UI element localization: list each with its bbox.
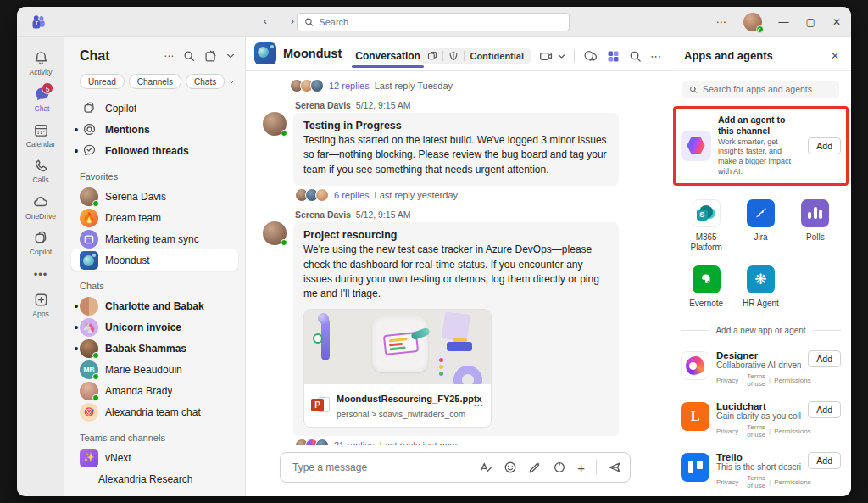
- add-agent-card[interactable]: Add an agent to this channel Work smarte…: [681, 115, 841, 177]
- filter-chats[interactable]: Chats: [186, 74, 225, 89]
- sidebar-item-best-proposals[interactable]: Best proposals: [71, 489, 238, 496]
- replies-link[interactable]: 6 replies: [334, 190, 370, 200]
- sidebar-more-button[interactable]: ⋯: [164, 50, 174, 62]
- file-name: MoondustResourcing_FY25.pptx: [337, 394, 482, 404]
- emoji-icon[interactable]: [504, 461, 517, 474]
- meet-button[interactable]: [539, 49, 565, 64]
- rail-item-chat[interactable]: 5 Chat: [17, 81, 64, 118]
- back-button[interactable]: ‹: [258, 14, 273, 29]
- new-chat-icon[interactable]: [204, 50, 217, 63]
- rail-item-calls[interactable]: Calls: [17, 154, 64, 189]
- reply-chip[interactable]: 12 replies Last reply Tuesday: [256, 76, 658, 95]
- presence-available-icon: [281, 130, 287, 137]
- apps-search-input[interactable]: [703, 84, 832, 94]
- terms-link[interactable]: Terms of use: [747, 372, 765, 388]
- sidebar-item-amanda-brady[interactable]: Amanda Brady: [71, 380, 238, 401]
- app-m365-platform[interactable]: S M365 Platform: [679, 199, 733, 254]
- unread-dot: •: [73, 345, 80, 352]
- chevron-down-icon[interactable]: [226, 52, 235, 60]
- privacy-link[interactable]: Privacy: [716, 428, 738, 435]
- attach-plus-icon[interactable]: +: [577, 461, 585, 474]
- rail-item-onedrive[interactable]: OneDrive: [17, 189, 64, 226]
- terms-link[interactable]: Terms of use: [747, 423, 765, 439]
- apps-search[interactable]: [682, 81, 839, 98]
- app-hr-agent[interactable]: ❋ HR Agent: [733, 265, 787, 310]
- rail-item-calendar[interactable]: Calendar: [17, 118, 64, 154]
- app-polls[interactable]: Polls: [788, 199, 843, 254]
- store-app-lucidchart[interactable]: L Lucidchart Gain clarity as you collabo…: [681, 394, 841, 445]
- file-more-button[interactable]: ⋯: [473, 400, 484, 411]
- rail-item-apps[interactable]: Apps: [17, 288, 64, 323]
- message-author[interactable]: Serena Davis: [295, 210, 351, 220]
- replies-link[interactable]: 12 replies: [329, 81, 370, 91]
- loop-icon[interactable]: [553, 461, 566, 474]
- section-label-chats: Chats: [71, 271, 238, 295]
- conversation-pane: Moondust Conversation Files + Confidenti…: [246, 37, 670, 496]
- terms-link[interactable]: Terms of use: [747, 474, 765, 489]
- reply-chip[interactable]: 6 replies Last reply yesterday: [293, 186, 619, 204]
- calendar-icon: [33, 122, 49, 138]
- app-evernote[interactable]: Evernote: [679, 265, 733, 310]
- sidebar-item-alexandria-research[interactable]: Alexandria Research: [71, 468, 238, 489]
- avatar[interactable]: [263, 112, 287, 136]
- add-agent-button[interactable]: Add: [808, 137, 841, 154]
- app-jira[interactable]: Jira: [733, 199, 787, 254]
- permissions-link[interactable]: Permissions: [774, 478, 811, 486]
- minimize-button[interactable]: —: [779, 17, 789, 27]
- open-chat-button[interactable]: [583, 49, 598, 64]
- sidebar-item-marie-beaudouin[interactable]: MB Marie Beaudouin: [71, 359, 238, 380]
- user-avatar[interactable]: [743, 13, 762, 31]
- send-icon[interactable]: [608, 461, 621, 474]
- sidebar-item-marketing-team-sync[interactable]: Marketing team sync: [71, 228, 238, 249]
- compose-box[interactable]: +: [280, 452, 631, 483]
- format-icon[interactable]: [479, 461, 492, 474]
- add-lucidchart-button[interactable]: Add: [808, 401, 841, 418]
- sidebar-item-vnext[interactable]: ✨ vNext: [71, 447, 238, 468]
- sidebar-item-dream-team[interactable]: 🔥 Dream team: [71, 207, 238, 228]
- filter-unread[interactable]: Unread: [80, 74, 125, 89]
- sidebar-item-charlotte-and-babak[interactable]: • Charlotte and Babak: [71, 295, 238, 316]
- rail-item-activity[interactable]: Activity: [17, 46, 64, 81]
- sidebar-item-copilot[interactable]: Copilot: [71, 98, 238, 119]
- sidebar-item-babak-shammas[interactable]: • Babak Shammas: [71, 338, 238, 359]
- avatar[interactable]: [263, 221, 287, 245]
- channel-search-button[interactable]: [629, 50, 642, 63]
- store-app-designer[interactable]: Designer Collaborative AI-driven Image..…: [681, 344, 841, 394]
- reply-chip[interactable]: 21 replies Last reply just now: [293, 436, 619, 445]
- apps-store-icon[interactable]: [606, 49, 620, 64]
- sidebar-item-moondust[interactable]: Moondust: [71, 249, 238, 271]
- close-button[interactable]: ✕: [832, 17, 841, 27]
- maximize-button[interactable]: ▢: [806, 17, 815, 27]
- titlebar-more-button[interactable]: ⋯: [716, 17, 726, 27]
- add-trello-button[interactable]: Add: [808, 452, 841, 469]
- privacy-link[interactable]: Privacy: [716, 478, 738, 486]
- file-attachment[interactable]: P MoondustResourcing_FY25.pptx personal …: [303, 309, 492, 428]
- add-designer-button[interactable]: Add: [808, 350, 841, 367]
- tab-conversation[interactable]: Conversation: [353, 50, 422, 70]
- global-search[interactable]: [297, 13, 570, 31]
- rail-more-button[interactable]: •••: [34, 261, 48, 288]
- sidebar-item-serena-davis[interactable]: Serena Davis: [71, 186, 238, 207]
- rewrite-sparkle-icon[interactable]: [528, 461, 542, 474]
- permissions-link[interactable]: Permissions: [774, 377, 811, 384]
- rail-item-copilot[interactable]: Copilot: [17, 226, 64, 261]
- sidebar-search-icon[interactable]: [183, 50, 195, 62]
- filter-channels[interactable]: Channels: [129, 74, 181, 89]
- moondust-channel-icon: [80, 251, 98, 270]
- close-panel-icon[interactable]: ✕: [831, 50, 839, 62]
- sidebar-item-followed-threads[interactable]: • Followed threads: [71, 140, 238, 161]
- sidebar-item-label: Amanda Brady: [105, 385, 172, 397]
- privacy-link[interactable]: Privacy: [716, 377, 738, 384]
- message-input[interactable]: [292, 461, 479, 473]
- sidebar-item-alexandria-team-chat[interactable]: 🎯 Alexandria team chat: [71, 401, 238, 422]
- message-list[interactable]: 12 replies Last reply Tuesday Serena Dav…: [246, 71, 670, 445]
- channel-more-button[interactable]: ⋯: [650, 50, 661, 63]
- sidebar-item-mentions[interactable]: • Mentions: [71, 119, 238, 140]
- file-card[interactable]: P MoondustResourcing_FY25.pptx personal …: [304, 384, 491, 427]
- global-search-input[interactable]: [319, 17, 562, 27]
- chevron-down-icon[interactable]: [229, 77, 235, 87]
- sidebar-item-unicorn-invoice[interactable]: • 🦄 Unicorn invoice: [71, 316, 238, 338]
- message-author[interactable]: Serena Davis: [295, 100, 351, 110]
- permissions-link[interactable]: Permissions: [774, 428, 811, 435]
- store-app-trello[interactable]: Trello This is the short description Pri…: [681, 445, 841, 496]
